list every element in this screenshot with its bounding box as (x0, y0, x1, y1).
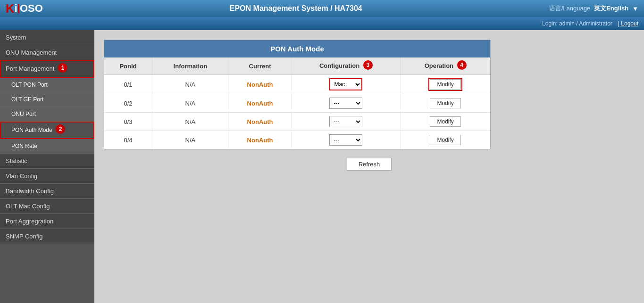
config-select[interactable]: Mac--- (329, 78, 362, 90)
sidebar-item-port-aggregration[interactable]: Port Aggregration (0, 214, 94, 229)
table-row: 0/1N/ANonAuthMac---Modify (104, 75, 490, 94)
col-ponid: PonId (104, 57, 152, 75)
sidebar-item-pon-rate[interactable]: PON Rate (0, 139, 94, 154)
chevron-down-icon: ▼ (632, 5, 638, 12)
refresh-area: Refresh (104, 158, 635, 171)
page-title: EPON Management System / HA7304 (43, 4, 549, 13)
table-row: 0/2N/ANonAuth---MacModify (104, 94, 490, 113)
badge-1: 1 (58, 63, 67, 73)
badge-3: 3 (363, 60, 373, 70)
header-top: K i OSO EPON Management System / HA7304 … (0, 0, 644, 17)
modify-button[interactable]: Modify (430, 79, 460, 90)
refresh-button[interactable]: Refresh (347, 158, 392, 171)
badge-4: 4 (457, 60, 467, 70)
cell-current: NonAuth (228, 94, 292, 113)
pon-auth-mode-panel: PON Auth Mode PonId Information Current … (104, 40, 491, 149)
table-row: 0/3N/ANonAuth---MacModify (104, 113, 490, 131)
modify-button[interactable]: Modify (430, 135, 460, 145)
sidebar-item-vlan-config[interactable]: Vlan Config (0, 169, 94, 184)
sidebar-item-olt-mac-config[interactable]: OLT Mac Config (0, 199, 94, 214)
cell-configuration[interactable]: Mac--- (292, 75, 401, 94)
language-selector[interactable]: 语言/Language 英文English ▼ (549, 4, 638, 13)
col-operation: Operation 4 (401, 57, 490, 75)
modify-button[interactable]: Modify (430, 116, 460, 127)
col-configuration: Configuration 3 (292, 57, 401, 75)
sidebar-item-onu-port[interactable]: ONU Port (0, 107, 94, 122)
cell-configuration[interactable]: ---Mac (292, 131, 401, 149)
cell-information: N/A (152, 113, 229, 131)
cell-configuration[interactable]: ---Mac (292, 94, 401, 113)
content-area: PON Auth Mode PonId Information Current … (94, 30, 644, 303)
cell-ponid: 0/3 (104, 113, 152, 131)
panel-title: PON Auth Mode (104, 40, 490, 57)
col-information: Information (152, 57, 229, 75)
cell-operation[interactable]: Modify (401, 75, 490, 94)
table-row: 0/4N/ANonAuth---MacModify (104, 131, 490, 149)
config-select[interactable]: ---Mac (329, 134, 362, 146)
sidebar-item-onu-management[interactable]: ONU Management (0, 45, 94, 60)
cell-information: N/A (152, 75, 229, 94)
pon-auth-table: PonId Information Current Configuration … (104, 57, 490, 149)
col-current: Current (228, 57, 292, 75)
sidebar-item-bandwidth-config[interactable]: Bandwidth Config (0, 184, 94, 199)
badge-2: 2 (56, 124, 65, 134)
sidebar-item-system[interactable]: System (0, 30, 94, 45)
cell-operation[interactable]: Modify (401, 131, 490, 149)
sidebar-item-port-management[interactable]: Port Management 1 (0, 60, 94, 78)
main-layout: System ONU Management Port Management 1 … (0, 30, 644, 303)
cell-current: NonAuth (228, 75, 292, 94)
sidebar-item-olt-ge-port[interactable]: OLT GE Port (0, 92, 94, 107)
login-bar: Login: admin / Administrator | Logout (0, 17, 644, 30)
cell-ponid: 0/4 (104, 131, 152, 149)
cell-current: NonAuth (228, 113, 292, 131)
sidebar: System ONU Management Port Management 1 … (0, 30, 94, 303)
config-select[interactable]: ---Mac (329, 116, 362, 127)
sidebar-item-statistic[interactable]: Statistic (0, 154, 94, 169)
cell-operation[interactable]: Modify (401, 113, 490, 131)
cell-ponid: 0/2 (104, 94, 152, 113)
config-select[interactable]: ---Mac (329, 98, 362, 109)
logout-button[interactable]: | Logout (618, 20, 638, 27)
modify-button[interactable]: Modify (430, 98, 460, 108)
cell-ponid: 0/1 (104, 75, 152, 94)
language-value: 英文English (594, 4, 628, 13)
logo: K i OSO (6, 1, 43, 16)
cell-configuration[interactable]: ---Mac (292, 113, 401, 131)
sidebar-item-olt-pon-port[interactable]: OLT PON Port (0, 78, 94, 92)
sidebar-item-pon-auth-mode[interactable]: PON Auth Mode 2 (0, 122, 94, 139)
login-info: Login: admin / Administrator (542, 20, 612, 27)
cell-current: NonAuth (228, 131, 292, 149)
language-label: 语言/Language (549, 4, 590, 13)
cell-operation[interactable]: Modify (401, 94, 490, 113)
cell-information: N/A (152, 131, 229, 149)
sidebar-item-snmp-config[interactable]: SNMP Config (0, 229, 94, 244)
cell-information: N/A (152, 94, 229, 113)
